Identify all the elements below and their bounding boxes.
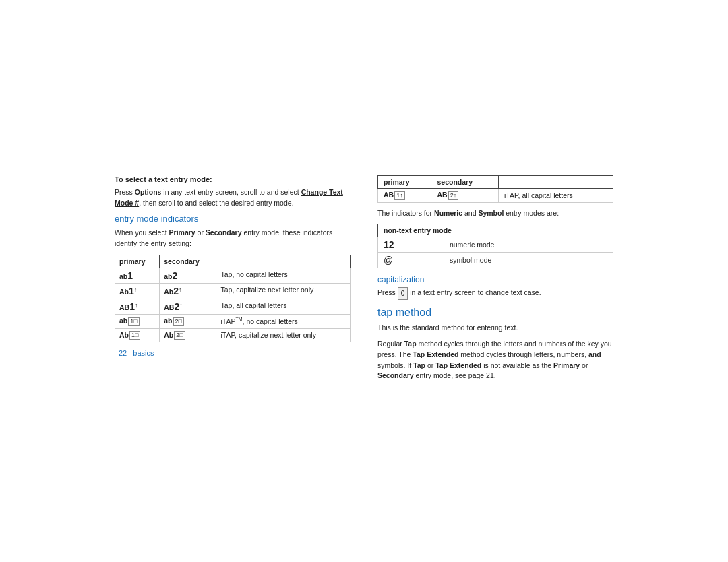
- col-desc-header: [499, 175, 613, 188]
- desc-cell: iTAP, capitalize next letter only: [216, 328, 351, 342]
- indicator-box: 1□: [129, 331, 140, 340]
- desc-cell: Tap, no capital letters: [216, 268, 351, 283]
- entry-mode-para: When you select Primary or Secondary ent…: [115, 228, 351, 249]
- desc-cell: iTAP, all capital letters: [499, 188, 613, 202]
- desc-cell: symbol mode: [444, 253, 613, 268]
- col-secondary-header: secondary: [431, 175, 499, 188]
- secondary-cell: AB2↑: [160, 299, 216, 314]
- secondary-cell: Ab2↑: [160, 283, 216, 299]
- desc-cell: Tap, capitalize next letter only: [216, 283, 351, 299]
- col-secondary-header: secondary: [160, 255, 216, 268]
- tap-method-title: tap method: [377, 307, 613, 319]
- key-0: 0: [398, 287, 408, 300]
- indicator-box: 2□: [174, 331, 185, 340]
- page-label-value: basics: [133, 349, 154, 357]
- table-row: AB1↑ AB2↑ iTAP, all capital letters: [378, 188, 613, 202]
- instruction-para: Press Options in any text entry screen, …: [115, 187, 351, 209]
- tap-method-para1: This is the standard method for entering…: [377, 323, 613, 334]
- primary-cell: AB1↑: [378, 188, 431, 202]
- table-row: ab1 ab2 Tap, no capital letters: [115, 268, 351, 283]
- primary-cell: AB1↑: [115, 299, 160, 314]
- tap-method-para2: Regular Tap method cycles through the le…: [377, 339, 613, 381]
- left-column: To select a text entry mode: Press Optio…: [115, 175, 351, 387]
- right-column: primary secondary AB1↑ AB2↑ iTAP, all ca…: [377, 175, 613, 387]
- page-number: 22 basics: [115, 349, 351, 357]
- primary-cell: Ab1□: [115, 328, 160, 342]
- symbol-cell: 12: [378, 237, 444, 253]
- indicator-box: 2↑: [448, 191, 459, 200]
- col-primary-header: primary: [115, 255, 160, 268]
- non-text-table: non-text entry mode 12 numeric mode @ sy…: [377, 224, 613, 268]
- desc-cell: numeric mode: [444, 237, 613, 253]
- primary-cell: ab1□: [115, 314, 160, 328]
- desc-cell: Tap, all capital letters: [216, 299, 351, 314]
- table-row: Ab1↑ Ab2↑ Tap, capitalize next letter on…: [115, 283, 351, 299]
- primary-cell: ab1: [115, 268, 160, 283]
- table-row: AB1↑ AB2↑ Tap, all capital letters: [115, 299, 351, 314]
- secondary-cell: ab2: [160, 268, 216, 283]
- col-primary-header: primary: [378, 175, 431, 188]
- entry-mode-title: entry mode indicators: [115, 214, 351, 224]
- desc-cell: iTAPTM, no capital letters: [216, 314, 351, 328]
- instruction-title: To select a text entry mode:: [115, 175, 351, 183]
- table-row: ab1□ ab2□ iTAPTM, no capital letters: [115, 314, 351, 328]
- primary-cell: Ab1↑: [115, 283, 160, 299]
- secondary-cell: AB2↑: [431, 188, 499, 202]
- page-container: To select a text entry mode: Press Optio…: [101, 162, 627, 400]
- page-num-value: 22: [119, 349, 127, 357]
- numeric-para: The indicators for Numeric and Symbol en…: [377, 208, 613, 219]
- right-table-1: primary secondary AB1↑ AB2↑ iTAP, all ca…: [377, 175, 613, 203]
- secondary-cell: Ab2□: [160, 328, 216, 342]
- secondary-cell: ab2□: [160, 314, 216, 328]
- non-text-header: non-text entry mode: [378, 224, 613, 237]
- table-row: Ab1□ Ab2□ iTAP, capitalize next letter o…: [115, 328, 351, 342]
- indicator-box: 1□: [128, 317, 139, 326]
- table-row: @ symbol mode: [378, 253, 613, 268]
- capitalization-para: Press 0 in a text entry screen to change…: [377, 287, 613, 300]
- indicator-box: 2□: [173, 317, 184, 326]
- table-row: 12 numeric mode: [378, 237, 613, 253]
- indicator-box: 1↑: [394, 191, 405, 200]
- capitalization-title: capitalization: [377, 275, 613, 284]
- col-desc-header: [216, 255, 351, 268]
- symbol-cell: @: [378, 253, 444, 268]
- entry-mode-table: primary secondary ab1 ab2 Tap, no capita…: [115, 255, 351, 342]
